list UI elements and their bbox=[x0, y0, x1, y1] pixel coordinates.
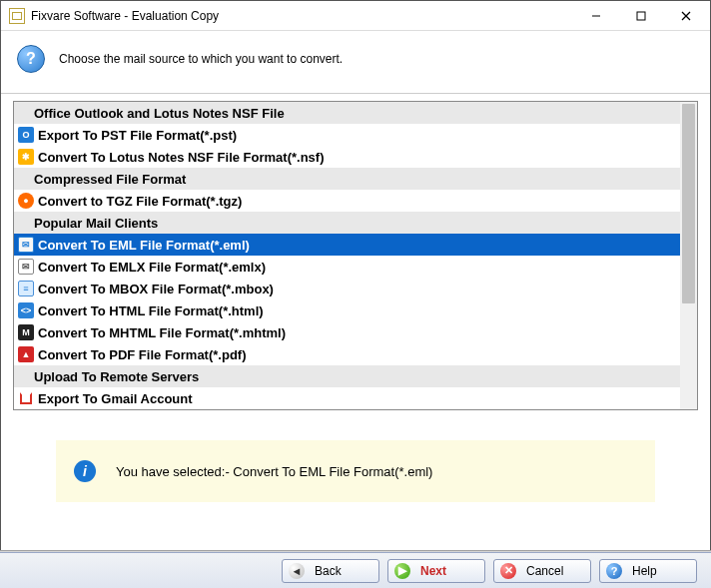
help-button-label: Help bbox=[632, 564, 657, 578]
selection-info-banner: i You have selected:- Convert To EML Fil… bbox=[56, 440, 655, 502]
list-item[interactable]: <>Convert To HTML File Format(*.html) bbox=[14, 299, 697, 321]
selection-info-text: You have selected:- Convert To EML File … bbox=[116, 464, 432, 479]
wizard-button-bar: ◄ Back ▶ Next ✕ Cancel ? Help bbox=[0, 552, 711, 588]
scrollbar-thumb[interactable] bbox=[682, 104, 695, 303]
format-list: Office Outlook and Lotus Notes NSF FileO… bbox=[13, 101, 698, 410]
help-button[interactable]: ? Help bbox=[599, 559, 697, 583]
list-section-label: Upload To Remote Servers bbox=[34, 369, 199, 384]
list-item-label: Convert To Lotus Notes NSF File Format(*… bbox=[38, 150, 325, 165]
minimize-button[interactable] bbox=[573, 2, 618, 30]
list-item-label: Convert To MBOX File Format(*.mbox) bbox=[38, 282, 274, 296]
cancel-button-label: Cancel bbox=[526, 564, 563, 578]
pdf-icon: ▲ bbox=[18, 346, 34, 362]
list-section-label: Compressed File Format bbox=[34, 172, 186, 187]
header-prompt: Choose the mail source to which you want… bbox=[59, 52, 343, 66]
back-button[interactable]: ◄ Back bbox=[282, 559, 379, 583]
list-section-label: Office Outlook and Lotus Notes NSF File bbox=[34, 106, 285, 121]
list-section-header: Office Outlook and Lotus Notes NSF File bbox=[14, 102, 697, 124]
back-button-label: Back bbox=[315, 564, 342, 578]
app-icon bbox=[9, 8, 25, 24]
question-icon: ? bbox=[17, 45, 45, 73]
list-item-label: Convert To PDF File Format(*.pdf) bbox=[38, 347, 246, 362]
list-item-label: Export To PST File Format(*.pst) bbox=[38, 128, 237, 143]
list-item[interactable]: ▲Convert To PDF File Format(*.pdf) bbox=[14, 343, 697, 365]
tgz-icon: ● bbox=[18, 193, 34, 209]
next-arrow-icon: ▶ bbox=[394, 563, 410, 579]
list-item[interactable]: ✱Convert To Lotus Notes NSF File Format(… bbox=[14, 146, 697, 168]
list-item-label: Convert to TGZ File Format(*.tgz) bbox=[38, 194, 242, 209]
header-panel: ? Choose the mail source to which you wa… bbox=[1, 31, 710, 94]
list-item[interactable]: OExport To PST File Format(*.pst) bbox=[14, 124, 697, 146]
svg-rect-1 bbox=[637, 12, 645, 20]
emlx-icon: ✉ bbox=[18, 259, 34, 275]
list-item[interactable]: ≡Convert To MBOX File Format(*.mbox) bbox=[14, 278, 697, 299]
help-icon: ? bbox=[606, 563, 622, 579]
list-item[interactable]: MConvert To MHTML File Format(*.mhtml) bbox=[14, 321, 697, 343]
window-title: Fixvare Software - Evaluation Copy bbox=[31, 9, 573, 23]
nsf-icon: ✱ bbox=[18, 149, 34, 165]
list-item-label: Convert To HTML File Format(*.html) bbox=[38, 303, 264, 318]
list-item-label: Export To Gmail Account bbox=[38, 391, 193, 406]
list-item[interactable]: ●Convert to TGZ File Format(*.tgz) bbox=[14, 190, 697, 212]
list-section-header: Upload To Remote Servers bbox=[14, 365, 697, 387]
maximize-button[interactable] bbox=[618, 2, 663, 30]
pst-icon: O bbox=[18, 127, 34, 143]
list-section-label: Popular Mail Clients bbox=[34, 216, 158, 231]
next-button-label: Next bbox=[420, 564, 446, 578]
html-icon: <> bbox=[18, 302, 34, 318]
titlebar: Fixvare Software - Evaluation Copy bbox=[1, 1, 710, 31]
back-arrow-icon: ◄ bbox=[289, 563, 305, 579]
info-icon: i bbox=[74, 460, 96, 482]
mhtml-icon: M bbox=[18, 324, 34, 340]
scrollbar[interactable] bbox=[680, 102, 697, 409]
mbox-icon: ≡ bbox=[18, 281, 34, 296]
gmail-icon bbox=[18, 390, 34, 406]
close-button[interactable] bbox=[663, 2, 708, 30]
list-item-label: Convert To EMLX File Format(*.emlx) bbox=[38, 260, 266, 275]
list-item[interactable]: Export To Gmail Account bbox=[14, 387, 697, 409]
list-section-header: Popular Mail Clients bbox=[14, 212, 697, 234]
list-item-label: Convert To EML File Format(*.eml) bbox=[38, 238, 250, 253]
cancel-button[interactable]: ✕ Cancel bbox=[493, 559, 591, 583]
list-section-header: Compressed File Format bbox=[14, 168, 697, 190]
list-item[interactable]: ✉Convert To EMLX File Format(*.emlx) bbox=[14, 256, 697, 278]
window-controls bbox=[573, 2, 708, 30]
eml-icon: ✉ bbox=[18, 237, 34, 253]
list-item-label: Convert To MHTML File Format(*.mhtml) bbox=[38, 325, 286, 340]
list-item[interactable]: ✉Convert To EML File Format(*.eml) bbox=[14, 234, 697, 256]
next-button[interactable]: ▶ Next bbox=[387, 559, 485, 583]
cancel-icon: ✕ bbox=[500, 563, 516, 579]
